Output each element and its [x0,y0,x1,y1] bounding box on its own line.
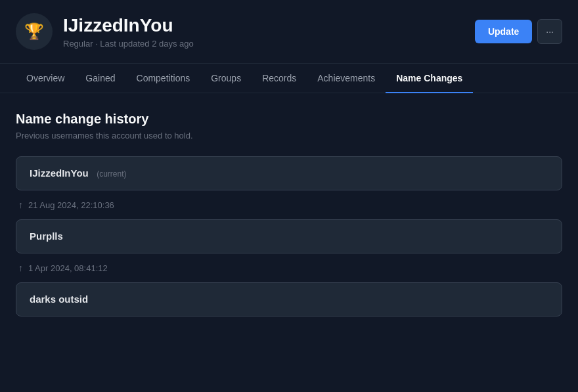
tab-gained[interactable]: Gained [75,64,125,93]
main-content: Name change history Previous usernames t… [0,93,578,338]
name-current: IJizzedInYou [30,167,89,179]
more-dots-icon: ··· [546,26,554,37]
timestamp-row-1: ↑ 21 Aug 2024, 22:10:36 [16,193,562,217]
tab-achievements[interactable]: Achievements [307,64,386,93]
name-purplls: Purplls [30,230,63,242]
timestamp-row-2: ↑ 1 Apr 2024, 08:41:12 [16,256,562,280]
name-darks: darks outsid [30,294,88,305]
current-badge: (current) [97,169,126,179]
name-card-current: IJizzedInYou (current) [16,156,562,190]
username: IJizzedInYou [63,14,475,37]
navigation: Overview Gained Competitions Groups Reco… [0,64,578,93]
name-card-darks: darks outsid [16,282,562,316]
header-actions: Update ··· [475,19,562,44]
arrow-up-icon-1: ↑ [18,200,23,210]
more-button[interactable]: ··· [537,19,562,44]
update-button[interactable]: Update [475,20,532,43]
header-info: IJizzedInYou Regular · Last updated 2 da… [63,14,475,49]
section-description: Previous usernames this account used to … [16,131,562,141]
subtitle: Regular · Last updated 2 days ago [63,39,475,49]
trophy-icon: 🏆 [24,22,44,41]
avatar: 🏆 [16,13,53,50]
tab-name-changes[interactable]: Name Changes [386,64,473,93]
tab-overview[interactable]: Overview [16,64,75,93]
timestamp-2: 1 Apr 2024, 08:41:12 [28,263,108,273]
tab-groups[interactable]: Groups [200,64,252,93]
arrow-up-icon-2: ↑ [18,263,23,273]
page-header: 🏆 IJizzedInYou Regular · Last updated 2 … [0,0,578,64]
tab-competitions[interactable]: Competitions [126,64,201,93]
timestamp-1: 21 Aug 2024, 22:10:36 [28,200,114,210]
name-card-purplls: Purplls [16,219,562,253]
section-title: Name change history [16,112,562,127]
tab-records[interactable]: Records [252,64,307,93]
